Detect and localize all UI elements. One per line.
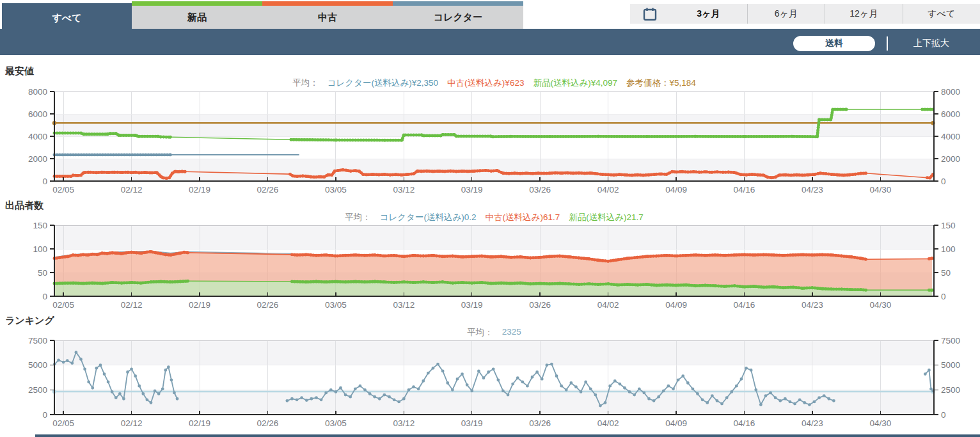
series-marker-total bbox=[928, 257, 931, 260]
series-marker-total bbox=[170, 253, 173, 257]
tab-all-label: すべて bbox=[52, 12, 81, 24]
series-marker-rank bbox=[393, 398, 396, 401]
x-tick-label: 03/12 bbox=[393, 300, 415, 310]
series-marker-rank bbox=[296, 398, 299, 401]
y-tick-label: 150 bbox=[33, 221, 47, 230]
tab-new[interactable]: 新品 bbox=[132, 1, 262, 29]
series-marker-rank bbox=[397, 400, 400, 403]
series-marker-rank bbox=[638, 387, 641, 390]
series-marker-new bbox=[816, 129, 819, 132]
series-marker-rank bbox=[446, 381, 449, 385]
series-marker-rank bbox=[482, 376, 486, 379]
series-marker-rank bbox=[146, 398, 149, 401]
tab-collector[interactable]: コレクター bbox=[393, 1, 523, 29]
series-marker-rank bbox=[706, 401, 709, 404]
series-marker-rank bbox=[402, 397, 406, 401]
x-tick-label: 02/26 bbox=[257, 418, 279, 428]
series-marker-rank bbox=[173, 392, 176, 395]
series-marker-rank bbox=[720, 402, 723, 406]
series-marker-used bbox=[162, 177, 166, 180]
series-marker-rank bbox=[574, 385, 578, 388]
series-marker-rank bbox=[827, 397, 830, 401]
series-marker-total bbox=[77, 254, 80, 257]
series-marker-rank bbox=[531, 376, 534, 379]
chart-price: 002000200040004000600060008000800002/050… bbox=[28, 87, 960, 195]
series-marker-rank bbox=[618, 383, 621, 386]
series-marker-rank bbox=[750, 369, 753, 372]
series-marker-rank bbox=[126, 370, 129, 374]
price-tracker-app: 002000200040004000600060008000800002/050… bbox=[0, 0, 980, 437]
series-marker-total bbox=[850, 255, 853, 258]
series-marker-rank bbox=[358, 385, 361, 388]
series-marker-total bbox=[56, 257, 59, 260]
y-tick-label: 0 bbox=[941, 410, 946, 420]
plot-band bbox=[54, 225, 934, 249]
series-marker-new bbox=[816, 134, 819, 137]
y-tick-label: 2500 bbox=[941, 385, 960, 395]
x-tick-label: 02/19 bbox=[189, 300, 210, 310]
series-marker-new bbox=[817, 123, 820, 127]
tab-collector-label: コレクター bbox=[434, 12, 482, 24]
series-marker-rank bbox=[716, 399, 719, 402]
y-tick-label: 8000 bbox=[28, 87, 47, 97]
series-marker-rank bbox=[310, 397, 313, 401]
bottom-strip bbox=[35, 434, 980, 437]
expand-vertical-button[interactable]: 上下拡大 bbox=[898, 36, 965, 51]
x-tick-label: 04/23 bbox=[802, 300, 823, 310]
shipping-toggle-button[interactable]: 送料 bbox=[793, 36, 875, 51]
series-marker-total bbox=[930, 257, 933, 260]
series-marker-rank bbox=[285, 399, 288, 402]
range-button-12m[interactable]: 12ヶ月 bbox=[825, 4, 903, 24]
x-tick-label: 04/30 bbox=[869, 300, 891, 310]
range-button-all[interactable]: すべて bbox=[903, 4, 980, 24]
series-marker-rank bbox=[300, 396, 303, 399]
legend-item: 新品(送料込み)¥4,097 bbox=[533, 77, 617, 89]
series-marker-rank bbox=[329, 388, 333, 392]
x-tick-label: 04/09 bbox=[665, 185, 687, 195]
series-marker-rank bbox=[555, 374, 558, 377]
series-marker-total bbox=[617, 258, 620, 261]
y-tick-label: 0 bbox=[42, 410, 47, 420]
series-marker-rank bbox=[759, 403, 763, 406]
x-tick-label: 03/05 bbox=[325, 185, 347, 195]
series-marker-rank bbox=[535, 370, 539, 374]
series-marker-rank bbox=[823, 394, 826, 397]
series-marker-rank bbox=[134, 374, 137, 377]
x-tick-label: 04/30 bbox=[869, 418, 891, 428]
plot-band bbox=[54, 91, 934, 114]
series-marker-rank bbox=[784, 397, 787, 401]
series-marker-rank bbox=[580, 390, 583, 393]
series-marker-rank bbox=[725, 396, 729, 399]
series-marker-rank bbox=[541, 377, 544, 381]
range-button-3m[interactable]: 3ヶ月 bbox=[670, 4, 747, 24]
x-tick-label: 04/30 bbox=[869, 185, 891, 195]
series-marker-rank bbox=[818, 396, 821, 399]
series-marker-rank bbox=[677, 378, 680, 381]
series-marker-rank bbox=[456, 377, 459, 381]
series-marker-rank bbox=[657, 395, 660, 399]
series-marker-rank bbox=[778, 399, 782, 402]
series-marker-rank bbox=[774, 396, 777, 399]
series-marker-rank bbox=[789, 400, 792, 403]
series-marker-rank bbox=[118, 392, 122, 395]
series-marker-used bbox=[854, 173, 857, 176]
x-tick-label: 04/23 bbox=[802, 418, 823, 428]
series-marker-rank bbox=[320, 398, 323, 401]
y-tick-label: 2000 bbox=[941, 154, 960, 164]
series-marker-total bbox=[182, 251, 186, 254]
series-marker-rank bbox=[652, 399, 656, 402]
y-tick-label: 50 bbox=[38, 268, 47, 278]
x-tick-label: 04/16 bbox=[734, 185, 755, 195]
series-marker-rank bbox=[315, 396, 318, 399]
y-tick-label: 2500 bbox=[28, 385, 47, 395]
tab-used[interactable]: 中古 bbox=[262, 1, 393, 29]
range-button-6m[interactable]: 6ヶ月 bbox=[747, 4, 825, 24]
calendar-icon-cell bbox=[630, 4, 670, 24]
x-tick-label: 02/19 bbox=[189, 418, 210, 428]
series-marker-rank bbox=[95, 367, 98, 370]
series-marker-used bbox=[766, 176, 770, 179]
series-marker-used bbox=[342, 168, 345, 171]
series-marker-rank bbox=[87, 381, 90, 384]
series-marker-rank bbox=[798, 398, 802, 401]
x-tick-label: 04/02 bbox=[597, 300, 619, 310]
